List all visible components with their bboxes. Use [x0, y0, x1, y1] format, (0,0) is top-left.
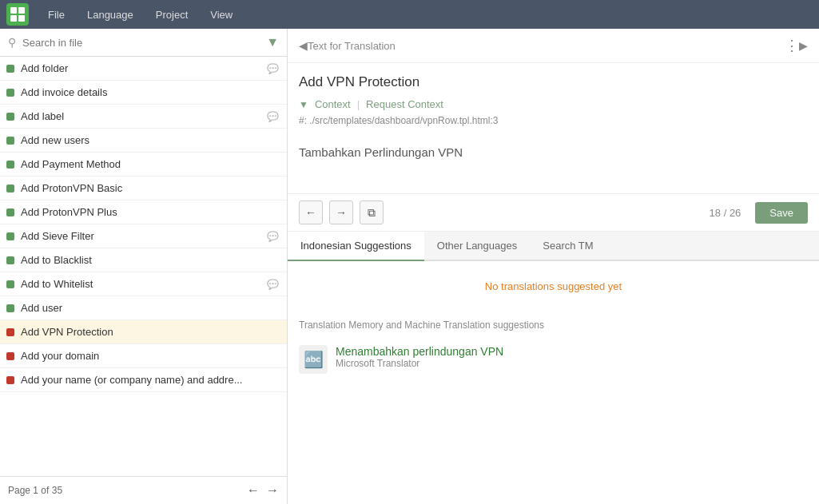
- context-arrow-icon: ▼: [299, 99, 308, 110]
- list-item[interactable]: Add Sieve Filter💬: [0, 224, 287, 248]
- comment-icon[interactable]: 💬: [267, 231, 279, 242]
- panel-expand-button[interactable]: ▶: [799, 39, 808, 52]
- item-label: Add to Whitelist: [21, 278, 264, 290]
- tabs-section: Indonesian SuggestionsOther LanguagesSea…: [288, 232, 819, 504]
- panel-title: Text for Translation: [308, 40, 396, 52]
- right-panel: ◀ Text for Translation ⋮ ▶ Add VPN Prote…: [288, 29, 819, 504]
- filter-icon[interactable]: ▼: [266, 35, 279, 50]
- list-item[interactable]: Add user: [0, 296, 287, 320]
- translation-actions: ← → ⧉ 18 / 26 Save: [288, 194, 819, 232]
- item-label: Add label: [21, 110, 264, 122]
- comment-icon[interactable]: 💬: [267, 111, 279, 122]
- item-status-dot: [6, 113, 14, 121]
- menu-file[interactable]: File: [38, 6, 74, 24]
- context-divider: |: [357, 98, 360, 110]
- app-logo: [6, 3, 29, 26]
- item-status-dot: [6, 304, 14, 312]
- translation-counter: 18 / 26: [710, 207, 741, 219]
- item-status-dot: [6, 328, 14, 336]
- list-item[interactable]: Add label💬: [0, 105, 287, 129]
- tab-search[interactable]: Search TM: [530, 232, 606, 261]
- item-status-dot: [6, 352, 14, 360]
- suggestions-section: Translation Memory and Machine Translati…: [288, 312, 819, 388]
- list-item[interactable]: Add your domain: [0, 344, 287, 368]
- item-label: Add Payment Method: [21, 158, 279, 170]
- item-status-dot: [6, 137, 14, 145]
- panel-header: ◀ Text for Translation ⋮ ▶: [288, 29, 819, 63]
- translation-source-title: Add VPN Protection: [299, 74, 808, 90]
- search-icon: ⚲: [8, 36, 16, 49]
- item-label: Add VPN Protection: [21, 326, 279, 338]
- search-input[interactable]: [22, 37, 260, 49]
- item-status-dot: [6, 280, 14, 288]
- list-item[interactable]: Add ProtonVPN Basic: [0, 177, 287, 200]
- list-item[interactable]: Add to Blacklist: [0, 248, 287, 272]
- list-item[interactable]: Add to Whitelist💬: [0, 272, 287, 296]
- sidebar: ⚲ ▼ Add folder💬Add invoice detailsAdd la…: [0, 29, 288, 504]
- list-item[interactable]: Add Payment Method: [0, 153, 287, 177]
- item-label: Add folder: [21, 62, 264, 74]
- prev-translation-button[interactable]: ←: [299, 200, 323, 224]
- item-status-dot: [6, 65, 14, 73]
- item-label: Add Sieve Filter: [21, 230, 264, 242]
- menu-view[interactable]: View: [201, 6, 242, 24]
- file-path: #: ./src/templates/dashboard/vpnRow.tpl.…: [299, 115, 808, 126]
- suggestion-main-text[interactable]: Menambahkan perlindungan VPN: [336, 345, 503, 358]
- tabs-header: Indonesian SuggestionsOther LanguagesSea…: [288, 232, 819, 261]
- item-status-dot: [6, 89, 14, 97]
- context-bar: ▼ Context | Request Context: [299, 98, 808, 110]
- sidebar-footer: Page 1 of 35 ← →: [0, 476, 287, 504]
- collapse-panel-button[interactable]: ◀: [299, 39, 308, 52]
- next-page-button[interactable]: →: [266, 483, 279, 498]
- comment-icon[interactable]: 💬: [267, 63, 279, 74]
- sidebar-list: Add folder💬Add invoice detailsAdd label💬…: [0, 57, 287, 476]
- panel-more-button[interactable]: ⋮: [785, 37, 799, 54]
- main-layout: ⚲ ▼ Add folder💬Add invoice detailsAdd la…: [0, 29, 819, 504]
- menu-language[interactable]: Language: [78, 6, 143, 24]
- item-label: Add your domain: [21, 350, 279, 362]
- save-button[interactable]: Save: [755, 202, 808, 224]
- suggestion-source-icon: 🔤: [299, 345, 328, 374]
- item-status-dot: [6, 232, 14, 240]
- list-item[interactable]: Add your name (or company name) and addr…: [0, 368, 287, 392]
- list-item[interactable]: Add invoice details: [0, 81, 287, 105]
- request-context-link[interactable]: Request Context: [366, 98, 443, 110]
- list-item[interactable]: Add VPN Protection: [0, 320, 287, 344]
- prev-page-button[interactable]: ←: [247, 483, 260, 498]
- item-label: Add ProtonVPN Plus: [21, 206, 279, 218]
- translated-text[interactable]: Tambahkan Perlindungan VPN: [299, 137, 808, 185]
- suggestion-text: Menambahkan perlindungan VPN Microsoft T…: [336, 345, 503, 369]
- list-item[interactable]: Add new users: [0, 129, 287, 153]
- suggestion-item: 🔤 Menambahkan perlindungan VPN Microsoft…: [299, 339, 808, 380]
- next-translation-button[interactable]: →: [329, 200, 353, 224]
- list-item[interactable]: Add ProtonVPN Plus: [0, 200, 287, 224]
- item-status-dot: [6, 161, 14, 169]
- list-item[interactable]: Add folder💬: [0, 57, 287, 81]
- search-bar: ⚲ ▼: [0, 29, 287, 57]
- context-link[interactable]: Context: [315, 98, 351, 110]
- copy-source-button[interactable]: ⧉: [360, 200, 384, 224]
- item-label: Add ProtonVPN Basic: [21, 182, 279, 194]
- item-status-dot: [6, 256, 14, 264]
- no-translations-message: No translations suggested yet: [288, 261, 819, 312]
- suggestion-source-label: Microsoft Translator: [336, 358, 503, 369]
- comment-icon[interactable]: 💬: [267, 279, 279, 290]
- item-label: Add your name (or company name) and addr…: [21, 374, 279, 386]
- item-label: Add to Blacklist: [21, 254, 279, 266]
- tab-indonesian[interactable]: Indonesian Suggestions: [288, 232, 424, 261]
- suggestions-label: Translation Memory and Machine Translati…: [299, 319, 808, 331]
- item-status-dot: [6, 185, 14, 192]
- menu-bar: File Language Project View: [0, 0, 819, 29]
- page-info: Page 1 of 35: [8, 485, 62, 496]
- page-nav: ← →: [247, 483, 279, 498]
- item-status-dot: [6, 376, 14, 384]
- translation-section: Add VPN Protection ▼ Context | Request C…: [288, 63, 819, 194]
- menu-project[interactable]: Project: [146, 6, 197, 24]
- item-label: Add new users: [21, 134, 279, 146]
- item-label: Add invoice details: [21, 86, 279, 98]
- item-label: Add user: [21, 302, 279, 314]
- tab-content: No translations suggested yet Translatio…: [288, 261, 819, 504]
- tab-other[interactable]: Other Languages: [424, 232, 530, 261]
- item-status-dot: [6, 208, 14, 216]
